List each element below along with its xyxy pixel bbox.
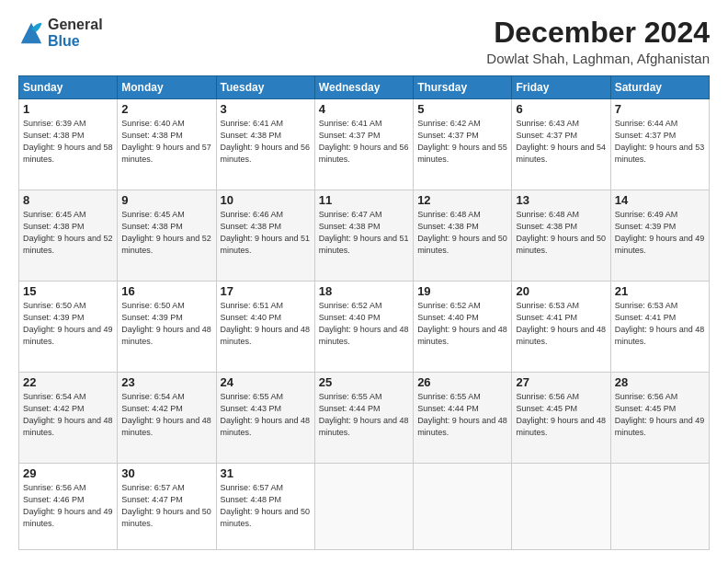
- calendar-header-sunday: Sunday: [19, 76, 118, 99]
- day-number: 13: [516, 193, 606, 207]
- day-number: 1: [23, 102, 113, 116]
- day-info: Sunrise: 6:52 AM Sunset: 4:40 PM Dayligh…: [319, 300, 409, 348]
- day-number: 5: [417, 102, 507, 116]
- day-info: Sunrise: 6:55 AM Sunset: 4:43 PM Dayligh…: [221, 391, 311, 439]
- calendar-week-row: 15 Sunrise: 6:50 AM Sunset: 4:39 PM Dayl…: [19, 281, 710, 372]
- day-info: Sunrise: 6:42 AM Sunset: 4:37 PM Dayligh…: [417, 118, 507, 166]
- day-info: Sunrise: 6:57 AM Sunset: 4:47 PM Dayligh…: [121, 482, 211, 530]
- calendar-cell: 22 Sunrise: 6:54 AM Sunset: 4:42 PM Dayl…: [19, 372, 118, 463]
- day-info: Sunrise: 6:55 AM Sunset: 4:44 PM Dayligh…: [319, 391, 409, 439]
- calendar-header-thursday: Thursday: [414, 76, 512, 99]
- calendar-header-monday: Monday: [118, 76, 216, 99]
- calendar-cell: 2 Sunrise: 6:40 AM Sunset: 4:38 PM Dayli…: [118, 99, 216, 190]
- logo-general-text: General: [48, 17, 103, 33]
- day-number: 11: [319, 193, 409, 207]
- calendar-cell: 20 Sunrise: 6:53 AM Sunset: 4:41 PM Dayl…: [512, 281, 610, 372]
- calendar-header-row: SundayMondayTuesdayWednesdayThursdayFrid…: [19, 76, 710, 99]
- day-number: 22: [23, 375, 113, 389]
- day-number: 8: [23, 193, 113, 207]
- calendar-cell: 31 Sunrise: 6:57 AM Sunset: 4:48 PM Dayl…: [216, 463, 314, 549]
- calendar-cell: 23 Sunrise: 6:54 AM Sunset: 4:42 PM Dayl…: [118, 372, 216, 463]
- day-number: 10: [221, 193, 311, 207]
- calendar-cell: [414, 463, 512, 549]
- calendar-header-tuesday: Tuesday: [216, 76, 314, 99]
- calendar-header-friday: Friday: [512, 76, 610, 99]
- calendar-cell: 8 Sunrise: 6:45 AM Sunset: 4:38 PM Dayli…: [19, 190, 118, 282]
- day-info: Sunrise: 6:39 AM Sunset: 4:38 PM Dayligh…: [23, 118, 113, 166]
- calendar-cell: 11 Sunrise: 6:47 AM Sunset: 4:38 PM Dayl…: [314, 190, 413, 282]
- day-number: 23: [121, 375, 211, 389]
- day-info: Sunrise: 6:55 AM Sunset: 4:44 PM Dayligh…: [417, 391, 507, 439]
- calendar-header-saturday: Saturday: [610, 76, 709, 99]
- day-number: 19: [417, 284, 507, 298]
- day-number: 9: [121, 193, 211, 207]
- day-info: Sunrise: 6:44 AM Sunset: 4:37 PM Dayligh…: [615, 118, 705, 166]
- day-info: Sunrise: 6:51 AM Sunset: 4:40 PM Dayligh…: [221, 300, 311, 348]
- calendar-cell: 12 Sunrise: 6:48 AM Sunset: 4:38 PM Dayl…: [414, 190, 512, 282]
- day-info: Sunrise: 6:52 AM Sunset: 4:40 PM Dayligh…: [417, 300, 507, 348]
- day-number: 28: [615, 375, 705, 389]
- day-number: 29: [23, 466, 113, 480]
- day-info: Sunrise: 6:56 AM Sunset: 4:45 PM Dayligh…: [615, 391, 705, 439]
- day-info: Sunrise: 6:50 AM Sunset: 4:39 PM Dayligh…: [121, 300, 211, 348]
- day-info: Sunrise: 6:41 AM Sunset: 4:38 PM Dayligh…: [221, 118, 311, 166]
- calendar-cell: 10 Sunrise: 6:46 AM Sunset: 4:38 PM Dayl…: [216, 190, 314, 282]
- page: General Blue December 2024 Dowlat Shah, …: [0, 0, 728, 563]
- logo-blue-text: Blue: [48, 33, 103, 50]
- day-number: 6: [516, 102, 606, 116]
- calendar-cell: 28 Sunrise: 6:56 AM Sunset: 4:45 PM Dayl…: [610, 372, 709, 463]
- calendar-cell: 17 Sunrise: 6:51 AM Sunset: 4:40 PM Dayl…: [216, 281, 314, 372]
- calendar-cell: 7 Sunrise: 6:44 AM Sunset: 4:37 PM Dayli…: [610, 99, 709, 190]
- calendar-table: SundayMondayTuesdayWednesdayThursdayFrid…: [18, 75, 710, 550]
- day-info: Sunrise: 6:54 AM Sunset: 4:42 PM Dayligh…: [23, 391, 113, 439]
- calendar-cell: 4 Sunrise: 6:41 AM Sunset: 4:37 PM Dayli…: [314, 99, 413, 190]
- logo: General Blue: [18, 17, 103, 49]
- calendar-cell: 13 Sunrise: 6:48 AM Sunset: 4:38 PM Dayl…: [512, 190, 610, 282]
- day-info: Sunrise: 6:53 AM Sunset: 4:41 PM Dayligh…: [615, 300, 705, 348]
- calendar-week-row: 29 Sunrise: 6:56 AM Sunset: 4:46 PM Dayl…: [19, 463, 710, 549]
- calendar-cell: 3 Sunrise: 6:41 AM Sunset: 4:38 PM Dayli…: [216, 99, 314, 190]
- calendar-cell: 24 Sunrise: 6:55 AM Sunset: 4:43 PM Dayl…: [216, 372, 314, 463]
- day-info: Sunrise: 6:56 AM Sunset: 4:46 PM Dayligh…: [23, 482, 113, 530]
- day-info: Sunrise: 6:57 AM Sunset: 4:48 PM Dayligh…: [221, 482, 311, 530]
- calendar-cell: 25 Sunrise: 6:55 AM Sunset: 4:44 PM Dayl…: [314, 372, 413, 463]
- calendar-week-row: 22 Sunrise: 6:54 AM Sunset: 4:42 PM Dayl…: [19, 372, 710, 463]
- day-info: Sunrise: 6:48 AM Sunset: 4:38 PM Dayligh…: [516, 209, 606, 257]
- day-number: 12: [417, 193, 507, 207]
- day-number: 2: [121, 102, 211, 116]
- calendar-week-row: 8 Sunrise: 6:45 AM Sunset: 4:38 PM Dayli…: [19, 190, 710, 282]
- location: Dowlat Shah, Laghman, Afghanistan: [486, 51, 710, 66]
- day-number: 31: [221, 466, 311, 480]
- day-number: 26: [417, 375, 507, 389]
- logo-text: General Blue: [48, 17, 103, 49]
- day-number: 30: [121, 466, 211, 480]
- header: General Blue December 2024 Dowlat Shah, …: [18, 17, 710, 66]
- day-number: 24: [221, 375, 311, 389]
- day-info: Sunrise: 6:47 AM Sunset: 4:38 PM Dayligh…: [319, 209, 409, 257]
- calendar-cell: 16 Sunrise: 6:50 AM Sunset: 4:39 PM Dayl…: [118, 281, 216, 372]
- day-number: 7: [615, 102, 705, 116]
- calendar-header-wednesday: Wednesday: [314, 76, 413, 99]
- calendar-cell: 6 Sunrise: 6:43 AM Sunset: 4:37 PM Dayli…: [512, 99, 610, 190]
- day-number: 27: [516, 375, 606, 389]
- day-info: Sunrise: 6:45 AM Sunset: 4:38 PM Dayligh…: [121, 209, 211, 257]
- day-number: 25: [319, 375, 409, 389]
- day-number: 16: [121, 284, 211, 298]
- calendar-week-row: 1 Sunrise: 6:39 AM Sunset: 4:38 PM Dayli…: [19, 99, 710, 190]
- calendar-cell: 27 Sunrise: 6:56 AM Sunset: 4:45 PM Dayl…: [512, 372, 610, 463]
- day-info: Sunrise: 6:48 AM Sunset: 4:38 PM Dayligh…: [417, 209, 507, 257]
- day-number: 20: [516, 284, 606, 298]
- day-info: Sunrise: 6:56 AM Sunset: 4:45 PM Dayligh…: [516, 391, 606, 439]
- day-info: Sunrise: 6:49 AM Sunset: 4:39 PM Dayligh…: [615, 209, 705, 257]
- day-info: Sunrise: 6:53 AM Sunset: 4:41 PM Dayligh…: [516, 300, 606, 348]
- calendar-cell: 9 Sunrise: 6:45 AM Sunset: 4:38 PM Dayli…: [118, 190, 216, 282]
- calendar-cell: 30 Sunrise: 6:57 AM Sunset: 4:47 PM Dayl…: [118, 463, 216, 549]
- logo-icon: [18, 20, 44, 46]
- calendar-cell: 29 Sunrise: 6:56 AM Sunset: 4:46 PM Dayl…: [19, 463, 118, 549]
- calendar-cell: 15 Sunrise: 6:50 AM Sunset: 4:39 PM Dayl…: [19, 281, 118, 372]
- day-info: Sunrise: 6:41 AM Sunset: 4:37 PM Dayligh…: [319, 118, 409, 166]
- day-info: Sunrise: 6:46 AM Sunset: 4:38 PM Dayligh…: [221, 209, 311, 257]
- calendar-cell: 21 Sunrise: 6:53 AM Sunset: 4:41 PM Dayl…: [610, 281, 709, 372]
- calendar-cell: 1 Sunrise: 6:39 AM Sunset: 4:38 PM Dayli…: [19, 99, 118, 190]
- calendar-cell: [610, 463, 709, 549]
